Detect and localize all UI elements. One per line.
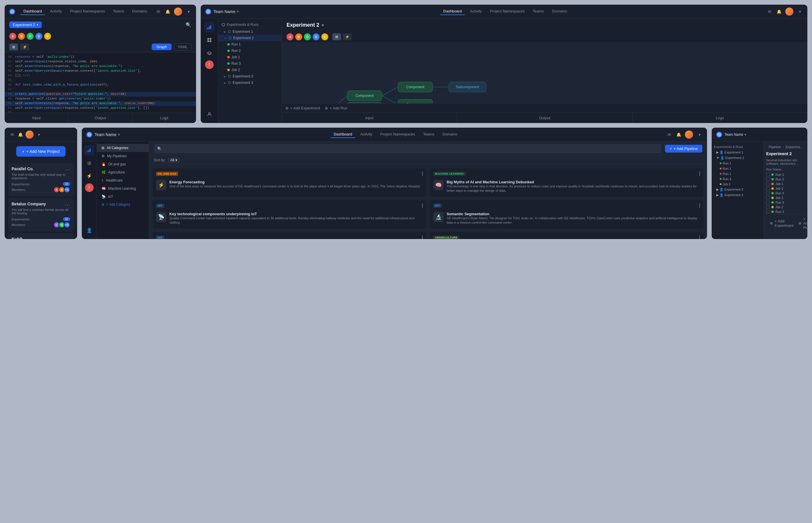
checkbox-j1[interactable]	[766, 182, 770, 186]
cat-healthcare[interactable]: ⚕ Healthcare	[97, 176, 149, 184]
mail-icon-2[interactable]: ✉	[767, 9, 773, 15]
add-pipeline-button[interactable]: + + Add Pipeline	[665, 145, 702, 152]
checkbox-j2b[interactable]	[766, 196, 770, 200]
run-tree-r3[interactable]: Run 3	[712, 176, 763, 182]
tab-namespaces-4[interactable]: Project Namespaces	[377, 131, 419, 138]
bell-icon-4[interactable]: 🔔	[676, 132, 682, 138]
toolbar-icon-1[interactable]: ⊞	[9, 43, 18, 51]
tree-experiment-3a[interactable]: ▶ Experiment 3	[218, 73, 282, 79]
node-comp-1[interactable]: Component	[347, 90, 382, 101]
cat-my-pipelines[interactable]: ⚙ My Pipelines	[97, 152, 149, 160]
bell-icon-3[interactable]: 🔔	[17, 132, 23, 138]
mail-icon-3[interactable]: ✉	[9, 132, 15, 138]
market-sidebar-alert[interactable]: !	[85, 183, 94, 192]
graph-button[interactable]: Graph	[152, 43, 171, 50]
bell-icon-1[interactable]: 🔔	[165, 9, 170, 15]
chevron-icon-4[interactable]: ▾	[697, 132, 702, 138]
card-menu-iot[interactable]	[422, 204, 423, 208]
card-menu-energy[interactable]	[422, 172, 423, 176]
checkbox-3b[interactable]	[766, 201, 770, 204]
sidebar-icon-users[interactable]	[204, 109, 215, 120]
tab-input-1[interactable]: Input	[5, 113, 69, 123]
tab-output-2[interactable]: Output	[457, 113, 632, 123]
tab-dashboard-1[interactable]: Dashboard	[20, 8, 45, 15]
market-sidebar-grid[interactable]: ⊞	[84, 158, 94, 168]
tab-domains-1[interactable]: Domains	[129, 8, 150, 15]
avatar-1[interactable]	[174, 7, 182, 16]
checkbox-3[interactable]	[766, 192, 770, 195]
tab-teams-1[interactable]: Teams	[110, 8, 128, 15]
tree-run-3[interactable]: Run 3	[218, 60, 282, 67]
run-tree-j2[interactable]: Job 2	[712, 182, 763, 187]
run-tree-exp3b[interactable]: ▶ 👤 Experiment 3	[712, 192, 763, 198]
sidebar-icon-grid[interactable]	[204, 35, 215, 45]
tab-domains-4[interactable]: Domains	[439, 131, 461, 138]
tab-output-1[interactable]: Output	[69, 113, 132, 123]
tab-activity-2[interactable]: Activity	[466, 8, 485, 15]
card-menu-synergy[interactable]	[422, 236, 423, 239]
tab-domains-2[interactable]: Domains	[549, 8, 570, 15]
tab-teams-4[interactable]: Teams	[420, 131, 438, 138]
avatar-4[interactable]	[685, 130, 693, 139]
checkbox-1[interactable]	[766, 173, 770, 176]
toolbar2-1[interactable]: ⊞	[332, 33, 341, 40]
card-menu-plant[interactable]	[699, 236, 700, 239]
cat-ml[interactable]: 🧠 Machine Learning	[97, 184, 149, 193]
run-tree-r1c[interactable]: Run 1	[712, 171, 763, 176]
card-menu-semantic[interactable]	[699, 204, 700, 208]
team-menu-kubik[interactable]: ⋯	[65, 237, 70, 239]
sidebar-icon-chart[interactable]	[204, 22, 215, 33]
sidebar-icon-layers[interactable]	[204, 48, 215, 58]
tab-logs-1[interactable]: Logs	[132, 113, 196, 123]
search-icon-1[interactable]: 🔍	[186, 22, 191, 28]
checkbox-j2c[interactable]	[766, 205, 770, 209]
add-project-button[interactable]: + + Add New Project	[16, 146, 66, 157]
sidebar-icon-alert[interactable]: !	[205, 60, 214, 69]
cat-iot[interactable]: 📡 IoT	[97, 193, 149, 201]
cat-agriculture[interactable]: 🌿 Agriculture	[97, 168, 149, 176]
tab-activity-1[interactable]: Activity	[47, 8, 65, 15]
tab-teams-2[interactable]: Teams	[529, 8, 547, 15]
market-sidebar-layers[interactable]: ⚡	[84, 170, 94, 181]
tab-input-2[interactable]: Input	[282, 113, 457, 123]
tab-namespaces-1[interactable]: Project Namespaces	[67, 8, 109, 15]
run-tree-exp3a[interactable]: ▶ 👤 Experiment 3	[712, 187, 763, 192]
tree-run-2[interactable]: Run 2	[218, 48, 282, 54]
bell-icon-2[interactable]: 🔔	[776, 9, 782, 15]
node-comp-2[interactable]: Component	[347, 102, 382, 103]
add-exp-btn-5[interactable]: ⊕ + Add Experiment	[770, 217, 794, 230]
avatar-3[interactable]	[25, 130, 34, 139]
team-menu-parallel[interactable]: ⋯	[65, 166, 70, 173]
checkbox-2[interactable]	[766, 178, 770, 181]
avatar-2[interactable]	[785, 7, 793, 16]
market-sidebar-users[interactable]: 👤	[84, 225, 94, 236]
chevron-icon-2[interactable]: ▾	[797, 9, 803, 15]
chevron-down-icon-1[interactable]: ▾	[186, 9, 191, 15]
card-menu-myths[interactable]	[699, 172, 700, 176]
tree-job-2[interactable]: Job 2	[218, 67, 282, 73]
tree-experiment-1[interactable]: ▶ Experiment 1	[218, 29, 282, 35]
chevron-icon-3[interactable]: ▾	[36, 132, 42, 138]
add-experiment-btn-2[interactable]: ⊕ + Add Experiment	[285, 106, 320, 110]
tab-namespaces-2[interactable]: Project Namespaces	[486, 8, 528, 15]
toolbar2-2[interactable]: ⚡	[343, 33, 351, 40]
tree-experiment-3b[interactable]: ▶ Experiment 3	[218, 79, 282, 86]
mail-icon-1[interactable]: ✉	[155, 9, 161, 15]
checkbox-3c[interactable]	[766, 210, 770, 214]
market-sidebar-chart[interactable]	[84, 145, 94, 156]
experiment-badge-1[interactable]: Experiment 2 ▾	[9, 21, 42, 28]
tab-logs-2[interactable]: Logs	[632, 113, 807, 123]
node-sub-1[interactable]: Subcomponent	[449, 82, 486, 92]
run-tree-r1[interactable]: Run 1	[712, 161, 763, 166]
checkbox-j2[interactable]	[766, 187, 770, 190]
cat-all[interactable]: ⊞ All Categories	[97, 144, 149, 152]
sort-select[interactable]: All ▾	[168, 158, 179, 163]
tab-dashboard-4[interactable]: Dashboard	[330, 131, 356, 138]
node-comp-5[interactable]: Component	[398, 99, 433, 103]
run-tree-exp2[interactable]: ▼ 👤 Experiment 2	[712, 155, 763, 161]
mail-icon-4[interactable]: ✉	[666, 132, 672, 138]
search-bar[interactable]: 🔍	[154, 144, 662, 153]
toolbar-icon-2[interactable]: ⚡	[20, 43, 29, 51]
run-tree-exp1[interactable]: ▶ 👤 Experiment 1	[712, 150, 763, 155]
tab-dashboard-2[interactable]: Dashboard	[440, 8, 465, 15]
